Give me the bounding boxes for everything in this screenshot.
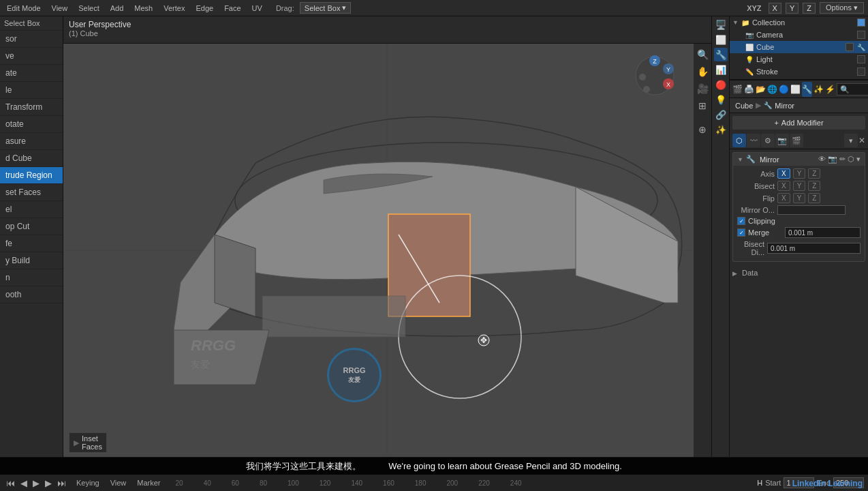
prop-tab-render[interactable]: 🎬 xyxy=(732,82,743,97)
stroke-visible-checkbox[interactable] xyxy=(857,68,865,76)
cursor-icon[interactable]: ⊕ xyxy=(696,123,709,136)
add-menu[interactable]: Add xyxy=(108,3,127,13)
prop-icon-object-props[interactable]: ⬜ xyxy=(714,33,728,46)
cube-visible-checkbox[interactable] xyxy=(846,43,854,51)
viewport[interactable]: ✥ RRGG 友爱 Z Y X 🔍 ✋ 🎥 ⊞ xyxy=(63,44,711,457)
prop-tab-object[interactable]: ⬜ xyxy=(790,82,801,97)
play-button[interactable]: ▶ xyxy=(31,477,42,489)
collection-visible-checkbox[interactable] xyxy=(857,18,865,27)
mod-cage-icon[interactable]: ⬡ xyxy=(848,155,854,164)
mod-tab-camera2[interactable]: 📷 xyxy=(775,134,789,147)
sidebar-item-sor[interactable]: sor xyxy=(0,31,63,48)
prop-icon-modifier[interactable]: 🔧 xyxy=(714,48,728,61)
sidebar-item-set-faces[interactable]: set Faces xyxy=(0,184,63,201)
breadcrumb-mirror[interactable]: Mirror xyxy=(775,102,794,110)
axis-y-button[interactable]: Y xyxy=(793,168,806,179)
flip-x-button[interactable]: X xyxy=(777,193,790,203)
tree-item-light[interactable]: 💡 Light xyxy=(730,53,868,65)
data-section-label[interactable]: ▶ Data xyxy=(732,267,865,278)
prop-icon-data[interactable]: 📊 xyxy=(714,63,728,76)
merge-value-field[interactable] xyxy=(785,227,861,238)
sidebar-item-ooth[interactable]: ooth xyxy=(0,286,63,303)
camera-view-icon[interactable]: 🎥 xyxy=(696,82,709,95)
axis-z-button[interactable]: Z xyxy=(803,3,816,14)
face-menu[interactable]: Face xyxy=(221,3,243,13)
mod-menu-icon[interactable]: ▾ xyxy=(856,155,861,164)
sidebar-item-n[interactable]: n xyxy=(0,269,63,286)
sidebar-item-asure[interactable]: asure xyxy=(0,133,63,150)
properties-search-input[interactable] xyxy=(837,83,868,95)
mesh-menu[interactable]: Mesh xyxy=(131,3,155,13)
mod-tab-generate[interactable]: ⬡ xyxy=(732,134,746,147)
magnify-icon[interactable]: 🔍 xyxy=(696,48,709,61)
mod-tab-extra[interactable]: 🎬 xyxy=(790,134,803,147)
camera-visible-checkbox[interactable] xyxy=(857,31,865,39)
next-frame-button[interactable]: ▶ xyxy=(43,477,54,489)
prev-frame-button[interactable]: ◀ xyxy=(18,477,29,489)
axis-x-button[interactable]: X xyxy=(777,168,790,179)
tree-item-cube[interactable]: ⬜ Cube 🔧 xyxy=(730,41,868,53)
flip-y-button[interactable]: Y xyxy=(793,193,806,203)
sidebar-item-y-build[interactable]: y Build xyxy=(0,252,63,269)
mod-tab-physics2[interactable]: ⚙ xyxy=(761,134,775,147)
sidebar-item-le[interactable]: le xyxy=(0,82,63,99)
axis-x-button[interactable]: X xyxy=(769,3,781,14)
prop-icon-shader[interactable]: 💡 xyxy=(714,93,728,106)
prop-tab-modifier[interactable]: 🔧 xyxy=(802,82,812,97)
mod-close-button[interactable]: ✕ xyxy=(858,136,865,145)
light-visible-checkbox[interactable] xyxy=(857,55,865,63)
prop-tab-particle[interactable]: ✨ xyxy=(813,82,824,97)
jump-start-button[interactable]: ⏮ xyxy=(4,477,17,489)
uv-menu[interactable]: UV xyxy=(249,3,265,13)
mod-tab-deform[interactable]: 〰 xyxy=(747,134,760,147)
bisect-z-button[interactable]: Z xyxy=(808,181,820,191)
prop-icon-render[interactable]: 🖥️ xyxy=(714,18,728,31)
tree-item-collection[interactable]: ▼ 📁 Collection xyxy=(730,16,868,29)
prop-tab-physics[interactable]: ⚡ xyxy=(825,82,835,97)
vertex-menu[interactable]: Vertex xyxy=(161,3,187,13)
breadcrumb-cube[interactable]: Cube xyxy=(735,102,753,110)
sidebar-item-trude-region[interactable]: trude Region xyxy=(0,167,63,184)
navigation-gizmo[interactable]: Z Y X xyxy=(633,54,677,98)
modifier-header[interactable]: ▼ 🔧 Mirror 👁 📷 ✏ ⬡ ▾ xyxy=(733,153,865,166)
sidebar-item-fe[interactable]: fe xyxy=(0,235,63,252)
sidebar-item-ve[interactable]: ve xyxy=(0,48,63,65)
view-menu[interactable]: View xyxy=(49,3,71,13)
sidebar-item-otate[interactable]: otate xyxy=(0,116,63,133)
axis-z-button[interactable]: Z xyxy=(808,168,820,179)
mod-edit-icon[interactable]: ✏ xyxy=(839,155,846,164)
bisect-x-button[interactable]: X xyxy=(777,181,790,191)
prop-tab-output[interactable]: 🖨️ xyxy=(744,82,754,97)
flip-z-button[interactable]: Z xyxy=(808,193,820,203)
select-menu[interactable]: Select xyxy=(76,3,102,13)
hand-icon[interactable]: ✋ xyxy=(696,65,709,78)
sidebar-item-el[interactable]: el xyxy=(0,201,63,218)
axis-y-button[interactable]: Y xyxy=(786,3,799,14)
prop-icon-constraint[interactable]: 🔗 xyxy=(714,108,728,121)
prop-tab-world[interactable]: 🔵 xyxy=(779,82,789,97)
sidebar-item-d-cube[interactable]: d Cube xyxy=(0,150,63,167)
add-modifier-button[interactable]: + Add Modifier xyxy=(732,116,865,130)
marker-button[interactable]: Marker xyxy=(134,478,163,488)
prop-tab-scene[interactable]: 🌐 xyxy=(767,82,777,97)
mod-render-icon[interactable]: 📷 xyxy=(828,155,837,164)
grid-view-icon[interactable]: ⊞ xyxy=(696,99,709,113)
select-box-button[interactable]: Select Box ▾ xyxy=(300,2,352,14)
sidebar-item-op-cut[interactable]: op Cut xyxy=(0,218,63,235)
sidebar-item-ate[interactable]: ate xyxy=(0,65,63,82)
sidebar-item-select-box[interactable]: Select Box xyxy=(0,16,63,31)
keying-button[interactable]: Keying xyxy=(74,478,102,488)
options-button[interactable]: Options ▾ xyxy=(820,2,864,14)
merge-checkbox[interactable]: ✓ xyxy=(737,228,745,237)
prop-tab-view-layer[interactable]: 📂 xyxy=(756,82,766,97)
prop-icon-material[interactable]: 🔴 xyxy=(714,78,728,91)
sidebar-item-transform[interactable]: Transform xyxy=(0,99,63,116)
edge-menu[interactable]: Edge xyxy=(193,3,216,13)
mod-tab-dropdown[interactable]: ▾ xyxy=(844,134,858,147)
tree-item-stroke[interactable]: ✏️ Stroke xyxy=(730,65,868,78)
view-timeline-button[interactable]: View xyxy=(108,478,129,488)
jump-end-button[interactable]: ⏭ xyxy=(55,477,68,489)
bisect-y-button[interactable]: Y xyxy=(793,181,806,191)
prop-icon-particles[interactable]: ✨ xyxy=(714,123,728,136)
mod-realtime-icon[interactable]: 👁 xyxy=(818,155,826,164)
